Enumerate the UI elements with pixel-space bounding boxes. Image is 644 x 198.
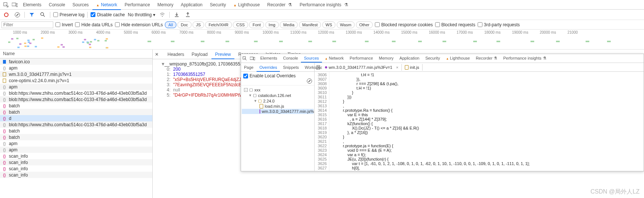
blocked-requests-checkbox[interactable]: Blocked requests: [435, 22, 475, 27]
search-icon[interactable]: [39, 11, 47, 19]
overlay-tab-security[interactable]: Security: [422, 54, 443, 63]
overlay-tab-recorder[interactable]: Recorder ⚗: [473, 54, 500, 63]
main-tab-elements[interactable]: Elements: [19, 0, 45, 10]
filter-type-other[interactable]: Other: [356, 21, 373, 28]
overlay-tab-lighthouse[interactable]: Lighthouse: [443, 54, 473, 63]
request-row[interactable]: favicon.ico: [0, 58, 152, 65]
request-row[interactable]: {}apm: [0, 140, 152, 147]
filter-type-font[interactable]: Font: [249, 21, 264, 28]
overlay-tab-elements[interactable]: Elements: [257, 54, 280, 63]
hide-extension-urls-checkbox[interactable]: Hide extension URLs: [115, 22, 163, 27]
overlay-tab-sources[interactable]: Sources: [301, 54, 322, 63]
filter-type-all[interactable]: All: [165, 21, 176, 28]
overlay-tab-console[interactable]: Console: [280, 54, 301, 63]
tree-node[interactable]: wm.3.0.0_33d41777.min.js%3Fv=1: [242, 109, 313, 114]
device-icon[interactable]: [10, 0, 19, 9]
request-row[interactable]: {}apm: [0, 84, 152, 90]
record-button[interactable]: [2, 11, 10, 19]
filter-type-css[interactable]: CSS: [233, 21, 248, 28]
overlay-tab-network[interactable]: Network: [322, 54, 347, 63]
main-tab-memory[interactable]: Memory: [154, 0, 177, 10]
filter-type-wasm[interactable]: Wasm: [337, 21, 355, 28]
filter-type-ws[interactable]: WS: [322, 21, 336, 28]
file-tab[interactable]: wm.3.0.0_33d41777.min.js%3Fv=1 ×: [322, 64, 402, 71]
clear-button[interactable]: [13, 11, 21, 19]
overlay-tab-performance-insights[interactable]: Performance insights ⚗: [500, 54, 549, 63]
code-editor[interactable]: 3606 3607 3608 3609 3610 3611 3612 3613 …: [315, 72, 644, 171]
request-row[interactable]: {}blob:https://www.zhihu.com/bac514cc-01…: [0, 96, 152, 103]
close-details-button[interactable]: ✕: [155, 52, 162, 57]
tree-node[interactable]: load.min.js: [242, 104, 313, 109]
detail-tab-preview[interactable]: Preview: [211, 50, 235, 59]
main-tab-application[interactable]: Application: [177, 0, 206, 10]
main-tab-security[interactable]: Security: [206, 0, 230, 10]
tree-node[interactable]: ▾▢ cstaticdun.126.net: [242, 93, 313, 98]
file-tab[interactable]: init.js: [402, 64, 423, 71]
request-row[interactable]: {}d: [0, 115, 152, 121]
filter-type-fetch-xhr[interactable]: Fetch/XHR: [205, 21, 232, 28]
request-name: core-optimi.v2.24.0.min.js?v=1: [9, 78, 69, 83]
filter-icon[interactable]: [28, 11, 36, 19]
filter-type-media[interactable]: Media: [280, 21, 298, 28]
request-row[interactable]: {}blob:https://www.zhihu.com/bac514cc-01…: [0, 90, 152, 96]
filter-type-img[interactable]: Img: [265, 21, 279, 28]
detail-tab-headers[interactable]: Headers: [164, 50, 188, 59]
detail-tab-payload[interactable]: Payload: [188, 50, 211, 59]
request-row[interactable]: {}blob:https://www.zhihu.com/bac514cc-01…: [0, 121, 152, 128]
overlay-subtab-overrides[interactable]: Overrides: [257, 64, 280, 72]
main-tab-performance[interactable]: Performance: [121, 0, 154, 10]
blocked-response-checkbox[interactable]: Blocked response cookies: [375, 22, 433, 27]
request-row[interactable]: {}batch: [0, 134, 152, 140]
main-tab-sources[interactable]: Sources: [69, 0, 92, 10]
main-tab-recorder[interactable]: Recorder ⚗: [264, 0, 296, 10]
overrides-tree[interactable]: –▢ xxx▾▢ cstaticdun.126.net▾▢ 2.24.0 loa…: [241, 85, 314, 171]
svg-rect-1: [12, 3, 16, 6]
request-row[interactable]: {}batch: [0, 128, 152, 134]
inspect-icon[interactable]: [243, 56, 250, 61]
main-tab-console[interactable]: Console: [45, 0, 69, 10]
hide-data-urls-checkbox[interactable]: Hide data URLs: [75, 22, 113, 27]
third-party-checkbox[interactable]: 3rd-party requests: [478, 22, 520, 27]
request-row[interactable]: {}batch: [0, 109, 152, 115]
filter-type-js[interactable]: JS: [193, 21, 204, 28]
close-tab-icon[interactable]: ×: [396, 65, 398, 70]
invert-checkbox[interactable]: Invert: [55, 22, 73, 27]
overlay-subtab-page[interactable]: Page: [241, 64, 257, 72]
inspect-icon[interactable]: [1, 0, 10, 9]
filter-input[interactable]: [1, 21, 53, 28]
request-row[interactable]: core-optimi.v2.24.0.min.js?v=1: [0, 77, 152, 84]
overlay-subtab-snippets[interactable]: Snippets: [280, 64, 302, 72]
name-column-header[interactable]: Name: [0, 50, 152, 58]
main-tab-network[interactable]: Network: [92, 0, 121, 10]
request-row[interactable]: {}scan_info: [0, 153, 152, 159]
main-tab-lighthouse[interactable]: Lighthouse: [230, 0, 264, 10]
file-nav-icon[interactable]: [315, 65, 322, 70]
request-name: batch: [9, 135, 20, 140]
tree-node[interactable]: –▢ xxx: [242, 87, 313, 93]
enable-local-overrides-checkbox[interactable]: Enable Local Overrides: [243, 73, 312, 78]
main-tab-performance-insights[interactable]: Performance insights ⚗: [296, 0, 352, 10]
wifi-icon[interactable]: [158, 11, 166, 19]
beaker-icon: ⚗: [287, 2, 292, 7]
overlay-tab-memory[interactable]: Memory: [376, 54, 397, 63]
request-row[interactable]: {}scan_info: [0, 159, 152, 165]
overlay-tab-application[interactable]: Application: [397, 54, 423, 63]
request-row[interactable]: {}batch: [0, 103, 152, 109]
throttling-select[interactable]: No throttling ▾: [128, 12, 156, 17]
preserve-log-checkbox[interactable]: Preserve log: [53, 12, 84, 17]
network-timeline[interactable]: 1000 ms2000 ms3000 ms4000 ms5000 ms6000 …: [0, 30, 644, 50]
device-icon[interactable]: [250, 57, 257, 60]
import-icon[interactable]: [173, 11, 181, 19]
clear-overrides-button[interactable]: [307, 78, 312, 84]
filter-type-doc[interactable]: Doc: [177, 21, 191, 28]
request-row[interactable]: wm.3.0.0_33d41777.min.js?v=1: [0, 71, 152, 77]
export-icon[interactable]: [184, 11, 192, 19]
filter-type-manifest[interactable]: Manifest: [299, 21, 321, 28]
overlay-tab-performance[interactable]: Performance: [347, 54, 376, 63]
request-row[interactable]: {}scan_info: [0, 172, 152, 178]
tree-node[interactable]: ▾▢ 2.24.0: [242, 98, 313, 104]
request-row[interactable]: {}scan_info: [0, 165, 152, 172]
request-row[interactable]: {}apm: [0, 65, 152, 71]
request-row[interactable]: {}apm: [0, 147, 152, 153]
disable-cache-checkbox[interactable]: Disable cache: [91, 12, 125, 17]
